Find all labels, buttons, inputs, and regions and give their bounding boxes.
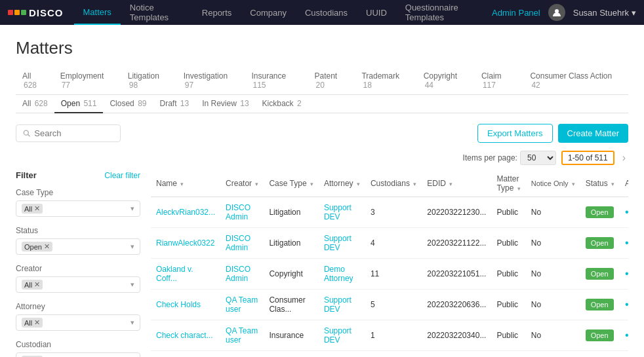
filter-custodian-select[interactable]: All ✕ ▾ xyxy=(16,352,140,357)
tab2-closed[interactable]: Closed 89 xyxy=(103,95,153,113)
row-creator: DISCO Admin xyxy=(220,259,264,290)
app-logo[interactable]: DISCO xyxy=(8,6,64,19)
matter-attorney-link[interactable]: Support DEV xyxy=(324,203,352,221)
actions-menu-button[interactable]: ••• xyxy=(625,237,628,248)
matter-name-link[interactable]: Check charact... xyxy=(156,331,213,340)
page-title: Matters xyxy=(16,38,628,58)
row-notice-only: No xyxy=(526,197,580,228)
tab2-in-review[interactable]: In Review 13 xyxy=(195,95,255,113)
logo-icon xyxy=(8,6,26,19)
col-custodians[interactable]: Custodians ▾ xyxy=(365,170,422,197)
table-row: Check Holds QA Team user Consumer Clas..… xyxy=(151,290,628,320)
row-custodians: 3 xyxy=(365,197,422,228)
tab2-draft[interactable]: Draft 13 xyxy=(153,95,195,113)
matter-creator-link[interactable]: DISCO Admin xyxy=(226,234,251,252)
next-page-arrow[interactable]: › xyxy=(620,151,628,165)
main-content: Matters All 628 Employment 77 Litigation… xyxy=(0,25,644,357)
col-creator[interactable]: Creator ▾ xyxy=(220,170,264,197)
matter-creator-link[interactable]: QA Team user xyxy=(226,326,258,345)
col-case-type[interactable]: Case Type ▾ xyxy=(264,170,318,197)
row-case-type: Litigation xyxy=(264,197,318,228)
row-name: Check Holds xyxy=(151,290,220,320)
tab-all[interactable]: All 628 xyxy=(16,67,54,95)
actions-menu-button[interactable]: ••• xyxy=(625,268,628,279)
nav-item-questionnaire-templates[interactable]: Questionnaire Templates xyxy=(396,0,492,25)
tab-trademark[interactable]: Trademark 18 xyxy=(355,67,416,95)
matter-attorney-link[interactable]: Support DEV xyxy=(324,234,352,252)
actions-menu-button[interactable]: ••• xyxy=(625,299,628,310)
row-matter-type: Public xyxy=(491,290,525,320)
filter-attorney-clear[interactable]: ✕ xyxy=(34,318,40,327)
row-actions: ••• xyxy=(620,320,628,351)
actions-menu-button[interactable]: ••• xyxy=(625,329,628,341)
matter-name-link[interactable]: Oakland v. Coff... xyxy=(156,265,193,283)
filter-header: Filter Clear filter xyxy=(16,170,140,180)
nav-item-matters[interactable]: Matters xyxy=(74,0,121,25)
items-per-page-label: Items per page: xyxy=(463,153,517,162)
user-name[interactable]: Susan Stuehrk ▾ xyxy=(573,8,636,18)
tab-copyright[interactable]: Copyright 44 xyxy=(417,67,475,95)
matter-attorney-link[interactable]: Demo Attorney xyxy=(324,265,353,283)
tab2-open[interactable]: Open 511 xyxy=(54,95,104,113)
filter-creator-select[interactable]: All ✕ ▾ xyxy=(16,276,140,293)
actions-menu-button[interactable]: ••• xyxy=(625,206,628,217)
tab-patent[interactable]: Patent 20 xyxy=(308,67,355,95)
status-badge: Open xyxy=(586,237,614,249)
col-edid[interactable]: EDID ▾ xyxy=(422,170,491,197)
filter-creator-clear[interactable]: ✕ xyxy=(34,280,40,289)
col-name[interactable]: Name ▾ xyxy=(151,170,220,197)
clear-filter-link[interactable]: Clear filter xyxy=(104,171,140,180)
tab2-all[interactable]: All 628 xyxy=(16,95,54,113)
row-notice-only: No xyxy=(526,259,580,290)
tab-claim[interactable]: Claim 117 xyxy=(475,67,524,95)
export-matters-button[interactable]: Export Matters xyxy=(477,124,553,143)
matter-creator-link[interactable]: DISCO Admin xyxy=(226,265,251,283)
nav-right: Admin Panel Susan Stuehrk ▾ xyxy=(492,4,636,21)
filter-status-clear[interactable]: ✕ xyxy=(44,242,50,251)
search-input[interactable] xyxy=(34,128,113,138)
nav-item-reports[interactable]: Reports xyxy=(193,0,241,25)
admin-panel-link[interactable]: Admin Panel xyxy=(492,8,540,18)
matter-name-link[interactable]: Check Holds xyxy=(156,300,201,309)
nav-item-uuid[interactable]: UUID xyxy=(357,0,396,25)
filter-status-label: Status xyxy=(16,226,140,235)
col-notice-only[interactable]: Notice Only ▾ xyxy=(526,170,580,197)
nav-items: Matters Notice Templates Reports Company… xyxy=(74,0,492,25)
row-actions: ••• xyxy=(620,197,628,228)
content-area: Filter Clear filter Case Type All ✕ ▾ St… xyxy=(16,170,628,357)
tab2-kickback[interactable]: Kickback 2 xyxy=(256,95,308,113)
filter-group-custodian: Custodian All ✕ ▾ xyxy=(16,340,140,357)
matter-name-link[interactable]: AleckvRian032... xyxy=(156,208,215,217)
tab-litigation[interactable]: Litigation 98 xyxy=(121,67,177,95)
logo-square-green xyxy=(21,10,26,15)
matter-attorney-link[interactable]: Support DEV xyxy=(324,295,352,314)
matter-creator-link[interactable]: QA Team user xyxy=(226,295,258,314)
matter-creator-link[interactable]: DISCO Admin xyxy=(226,203,251,221)
row-notice-only: No xyxy=(526,320,580,351)
items-per-page: Items per page: 50 25 100 xyxy=(463,151,556,165)
tab-employment[interactable]: Employment 77 xyxy=(54,67,121,95)
search-box[interactable] xyxy=(16,124,121,142)
tab-investigation[interactable]: Investigation 97 xyxy=(177,67,245,95)
tab-consumer-class-action[interactable]: Consumer Class Action 42 xyxy=(523,67,628,95)
nav-item-notice-templates[interactable]: Notice Templates xyxy=(121,0,193,25)
create-matter-button[interactable]: Create Matter xyxy=(558,124,628,143)
nav-item-custodians[interactable]: Custodians xyxy=(296,0,357,25)
nav-item-company[interactable]: Company xyxy=(241,0,296,25)
row-matter-type: Public xyxy=(491,197,525,228)
table-header: Name ▾ Creator ▾ Case Type ▾ Attorney ▾ … xyxy=(151,170,628,197)
tab-insurance[interactable]: Insurance 115 xyxy=(245,67,308,95)
row-status: Open xyxy=(580,320,620,351)
filter-custodian-label: Custodian xyxy=(16,340,140,349)
per-page-select[interactable]: 50 25 100 xyxy=(520,151,556,165)
row-attorney: Support DEV xyxy=(319,197,365,228)
filter-case-type-select[interactable]: All ✕ ▾ xyxy=(16,200,140,217)
matter-name-link[interactable]: RianwAleck0322 xyxy=(156,238,214,248)
filter-case-type-clear[interactable]: ✕ xyxy=(34,204,40,213)
matter-attorney-link[interactable]: Support DEV xyxy=(324,326,352,345)
col-attorney[interactable]: Attorney ▾ xyxy=(319,170,365,197)
col-status[interactable]: Status ▾ xyxy=(580,170,620,197)
filter-status-select[interactable]: Open ✕ ▾ xyxy=(16,238,140,255)
col-matter-type[interactable]: MatterType ▾ xyxy=(491,170,525,197)
filter-attorney-select[interactable]: All ✕ ▾ xyxy=(16,314,140,331)
